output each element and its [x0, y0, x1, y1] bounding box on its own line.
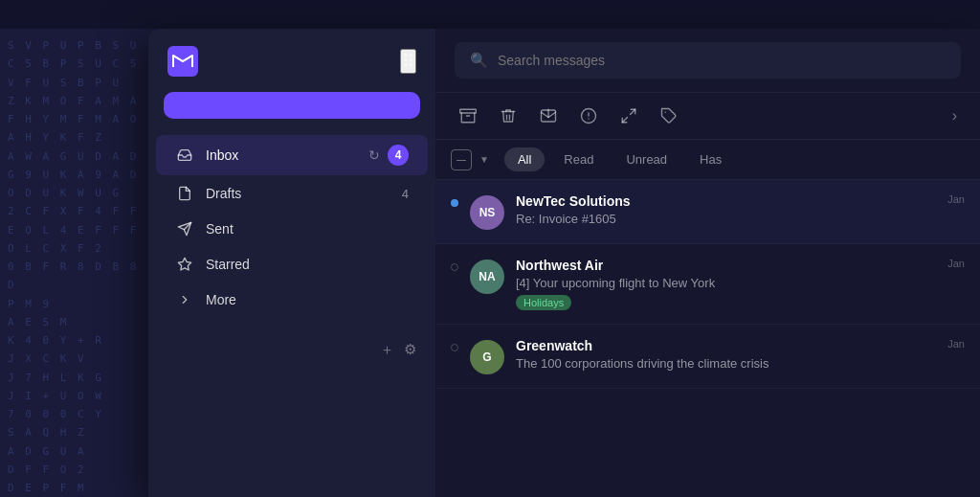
filter-tab-read[interactable]: Read [550, 147, 607, 171]
unread-dot [451, 263, 458, 271]
add-folder-icon[interactable]: ＋ [380, 341, 394, 359]
app-window: ⠿ Inbox ↻4 Drafts 4 Sent Starred More [148, 29, 980, 497]
email-meta: Jan [947, 338, 965, 350]
unread-dot [451, 344, 458, 351]
new-message-button[interactable] [164, 92, 420, 119]
archive-icon-button[interactable] [451, 101, 485, 131]
email-meta: Jan [947, 193, 965, 205]
inbox-refresh-icon: ↻ [368, 147, 380, 163]
email-tag: Holidays [516, 295, 571, 310]
folders-section: ＋ ⚙ [148, 333, 435, 367]
inbox-badge: 4 [388, 145, 409, 166]
email-subject: [4] Your upcoming flight to New York [516, 276, 936, 290]
avatar: G [470, 340, 504, 374]
star-icon [175, 257, 194, 272]
unread-dot [451, 199, 458, 207]
email-sender: NewTec Solutions [516, 193, 936, 209]
svg-line-11 [631, 109, 635, 114]
toolbar-more-button[interactable]: › [945, 102, 965, 129]
svg-marker-3 [178, 258, 190, 270]
email-sender: Greenwatch [516, 338, 936, 353]
tag-icon-button[interactable] [652, 101, 686, 131]
search-input[interactable] [498, 53, 946, 68]
inbox-icon [175, 147, 194, 163]
nav-list: Inbox ↻4 Drafts 4 Sent Starred More [148, 134, 435, 318]
top-strip [0, 0, 980, 29]
sidebar-header: ⠿ [148, 29, 435, 92]
move-icon-button[interactable] [612, 101, 646, 131]
email-subject: The 100 corporations driving the climate… [516, 356, 936, 371]
folders-actions: ＋ ⚙ [380, 341, 416, 359]
filter-tab-unread[interactable]: Unread [612, 147, 680, 171]
bg-letters: S V P U P B S U C 5 B P S U C 5 V F U S … [0, 29, 153, 497]
avatar: NS [470, 195, 504, 230]
sidebar-item-inbox[interactable]: Inbox ↻4 [156, 135, 428, 175]
email-sender: Northwest Air [516, 258, 936, 273]
grid-apps-button[interactable]: ⠿ [400, 49, 416, 74]
logo-area [167, 46, 208, 77]
folder-settings-icon[interactable]: ⚙ [404, 341, 416, 359]
svg-rect-4 [460, 109, 477, 113]
email-subject: Re: Invoice #1605 [516, 212, 936, 226]
email-date: Jan [947, 193, 965, 205]
search-bar: 🔍 [435, 29, 980, 93]
sidebar-item-starred[interactable]: Starred [156, 247, 428, 282]
drafts-icon [175, 186, 194, 201]
sidebar-item-sent[interactable]: Sent [156, 212, 428, 246]
drafts-count: 4 [402, 187, 409, 201]
email-content: NewTec Solutions Re: Invoice #1605 [516, 193, 936, 226]
email-meta: Jan [947, 258, 965, 269]
sidebar: ⠿ Inbox ↻4 Drafts 4 Sent Starred More [148, 29, 435, 497]
email-list: NS NewTec Solutions Re: Invoice #1605 Ja… [435, 180, 980, 497]
filter-tab-has[interactable]: Has [686, 147, 735, 171]
main-content: 🔍 › [435, 29, 980, 497]
sidebar-item-more[interactable]: More [156, 282, 428, 317]
email-item[interactable]: NA Northwest Air [4] Your upcoming fligh… [435, 244, 980, 325]
trash-icon-button[interactable] [491, 101, 525, 131]
select-all-checkbox[interactable]: — [451, 149, 472, 170]
proton-logo-icon [167, 46, 198, 77]
email-date: Jan [947, 258, 965, 269]
email-content: Northwest Air [4] Your upcoming flight t… [516, 258, 936, 310]
more-label: More [206, 292, 409, 307]
email-item[interactable]: NS NewTec Solutions Re: Invoice #1605 Ja… [435, 180, 980, 244]
avatar: NA [470, 260, 504, 294]
drafts-label: Drafts [206, 186, 402, 201]
svg-line-12 [622, 118, 627, 123]
alert-icon-button[interactable] [571, 101, 606, 131]
filter-tab-all[interactable]: All [504, 147, 545, 171]
search-input-wrapper: 🔍 [455, 42, 961, 79]
email-toolbar: › [435, 93, 980, 140]
email-content: Greenwatch The 100 corporations driving … [516, 338, 936, 371]
select-dropdown-arrow[interactable]: ▼ [479, 154, 489, 165]
sidebar-item-drafts[interactable]: Drafts 4 [156, 176, 428, 211]
inbox-label: Inbox [206, 147, 368, 163]
filter-bar: — ▼ AllReadUnreadHas [435, 140, 980, 180]
search-icon: 🔍 [470, 52, 488, 69]
starred-label: Starred [206, 257, 409, 272]
sent-label: Sent [206, 221, 409, 237]
filter-tabs: AllReadUnreadHas [504, 147, 735, 171]
chevron-icon [175, 293, 194, 306]
mark-spam-button[interactable] [531, 101, 566, 131]
sent-icon [175, 221, 194, 237]
email-item[interactable]: G Greenwatch The 100 corporations drivin… [435, 325, 980, 389]
email-date: Jan [947, 338, 965, 350]
